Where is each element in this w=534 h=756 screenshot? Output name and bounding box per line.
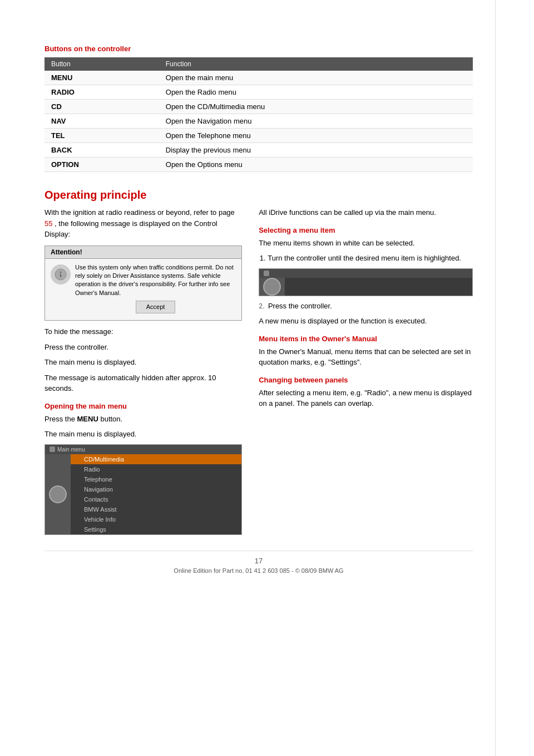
- button-function-cell: Open the Radio menu: [159, 85, 473, 100]
- buttons-table: Button Function MENUOpen the main menuRA…: [44, 57, 473, 172]
- owners-manual-subtitle: Menu items in the Owner's Manual: [259, 335, 473, 343]
- menu-title-left: Main menu: [57, 446, 85, 453]
- two-col-layout: With the ignition at radio readiness or …: [44, 207, 473, 539]
- intro-text2: , the following message is displayed on …: [44, 219, 217, 239]
- button-function-cell: Open the CD/Multimedia menu: [159, 100, 473, 114]
- table-header-row: Button Function: [44, 57, 473, 71]
- changing-panels-subtitle: Changing between panels: [259, 376, 473, 384]
- page-container: Buttons on the controller Button Functio…: [0, 0, 534, 756]
- menu-item: Contacts: [71, 494, 241, 504]
- page-footer: 17 Online Edition for Part no. 01 41 2 6…: [44, 551, 473, 574]
- knob-area-left: [45, 454, 71, 534]
- menu-icon-right: [264, 271, 269, 276]
- intro-link[interactable]: 55: [44, 219, 52, 228]
- menu-list-left: CD/MultimediaRadioTelephoneNavigationCon…: [71, 454, 241, 534]
- step-1: Turn the controller until the desired me…: [268, 253, 473, 264]
- menu-item: Radio: [71, 464, 241, 474]
- right-sidebar: [495, 0, 534, 756]
- button-function-cell: Open the Options menu: [159, 158, 473, 172]
- op-section-title: Operating principle: [44, 189, 473, 202]
- auto-hide-text: The message is automatically hidden afte…: [44, 372, 242, 394]
- main-content: Buttons on the controller Button Functio…: [0, 0, 495, 756]
- button-name-cell: BACK: [44, 143, 159, 158]
- menu-item: CD/Multimedia: [71, 454, 241, 464]
- menu-item: Vehicle Info: [71, 514, 241, 524]
- attention-message: Use this system only when traffic condit…: [75, 264, 234, 296]
- intro-paragraph: With the ignition at radio readiness or …: [44, 207, 242, 240]
- button-name-cell: TEL: [44, 129, 159, 143]
- changing-panels-text: After selecting a menu item, e.g. "Radio…: [259, 387, 473, 409]
- press-menu-text: Press the MENU button.: [44, 414, 242, 425]
- main-menu-displayed-left: The main menu is displayed.: [44, 429, 242, 440]
- step-1-text: Turn the controller until the desired me…: [268, 254, 461, 262]
- col-header-function: Function: [159, 57, 473, 71]
- button-name-cell: NAV: [44, 114, 159, 129]
- press-suffix: button.: [98, 415, 122, 423]
- footer-text: Online Edition for Part no. 01 41 2 603 …: [44, 567, 473, 574]
- operating-principle-section: Operating principle With the ignition at…: [44, 189, 473, 539]
- attention-body: Use this system only when traffic condit…: [45, 259, 241, 321]
- idrive-intro: All iDrive functions can be called up vi…: [259, 207, 473, 218]
- step2-label: 2. Press the controller.: [259, 301, 473, 312]
- button-name-cell: CD: [44, 100, 159, 114]
- menu-header-right: [259, 269, 472, 278]
- button-name-cell: MENU: [44, 71, 159, 85]
- buttons-section: Buttons on the controller Button Functio…: [44, 45, 473, 172]
- press-prefix: Press the: [44, 415, 77, 423]
- step2-text: Press the controller.: [268, 302, 332, 310]
- menu-with-knob-left: CD/MultimediaRadioTelephoneNavigationCon…: [45, 454, 241, 534]
- svg-point-1: [60, 271, 62, 273]
- step2-result: A new menu is displayed or the function …: [259, 316, 473, 327]
- attention-box: Attention! Use this system only whe: [44, 246, 242, 321]
- selecting-menu-item-title: Selecting a menu item: [259, 226, 473, 234]
- intro-text1: With the ignition at radio readiness or …: [44, 208, 235, 217]
- menu-list-right: [285, 278, 472, 296]
- left-column: With the ignition at radio readiness or …: [44, 207, 242, 539]
- button-name-cell: OPTION: [44, 158, 159, 172]
- controller-knob-left: [49, 485, 67, 503]
- table-row: MENUOpen the main menu: [44, 71, 473, 85]
- steps-list: Turn the controller until the desired me…: [259, 253, 473, 264]
- button-name-cell: RADIO: [44, 85, 159, 100]
- menu-item: Settings: [71, 524, 241, 534]
- table-row: TELOpen the Telephone menu: [44, 129, 473, 143]
- menu-screenshot-right: [259, 268, 473, 296]
- right-column: All iDrive functions can be called up vi…: [259, 207, 473, 539]
- table-row: BACKDisplay the previous menu: [44, 143, 473, 158]
- hide-msg-2: Press the controller.: [44, 342, 242, 353]
- table-row: CDOpen the CD/Multimedia menu: [44, 100, 473, 114]
- button-function-cell: Open the Navigation menu: [159, 114, 473, 129]
- button-function-cell: Open the Telephone menu: [159, 129, 473, 143]
- attention-icon: [51, 264, 71, 284]
- menu-bold: MENU: [77, 415, 98, 423]
- hide-msg-1: To hide the message:: [44, 326, 242, 337]
- buttons-section-title: Buttons on the controller: [44, 45, 473, 53]
- menu-screenshot-left: Main menu CD/MultimediaRadioTelephoneNav…: [44, 444, 242, 535]
- menu-item: BMW Assist: [71, 504, 241, 514]
- owners-manual-text: In the Owner's Manual, menu items that c…: [259, 346, 473, 368]
- menu-with-knob-right: [259, 278, 472, 296]
- accept-button[interactable]: Accept: [136, 301, 176, 313]
- svg-rect-2: [60, 274, 61, 277]
- hide-msg-3: The main menu is displayed.: [44, 357, 242, 368]
- menu-icon: [50, 446, 55, 452]
- table-row: NAVOpen the Navigation menu: [44, 114, 473, 129]
- menu-header-left: Main menu: [45, 445, 241, 454]
- col-header-button: Button: [44, 57, 159, 71]
- table-row: OPTIONOpen the Options menu: [44, 158, 473, 172]
- menu-item: Telephone: [71, 474, 241, 484]
- button-function-cell: Open the main menu: [159, 71, 473, 85]
- table-row: RADIOOpen the Radio menu: [44, 85, 473, 100]
- attention-header: Attention!: [45, 246, 241, 259]
- controller-knob-right: [263, 278, 281, 296]
- attention-text: Use this system only when traffic condit…: [75, 263, 236, 318]
- button-function-cell: Display the previous menu: [159, 143, 473, 158]
- menu-items-white: The menu items shown in white can be sel…: [259, 238, 473, 249]
- page-number: 17: [44, 557, 473, 565]
- knob-area-right: [259, 278, 285, 296]
- opening-main-menu-title: Opening the main menu: [44, 402, 242, 410]
- menu-item: Navigation: [71, 484, 241, 494]
